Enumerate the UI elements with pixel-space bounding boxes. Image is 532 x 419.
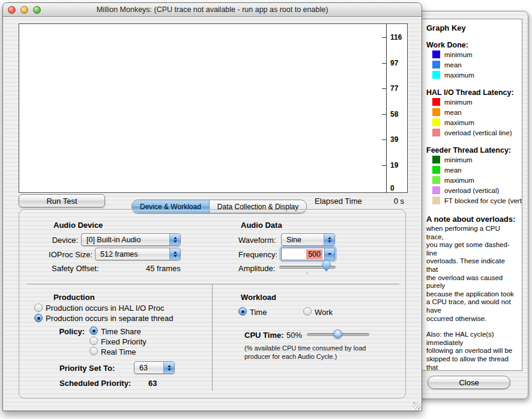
legend-label: minimum [444, 51, 473, 58]
priority-set-to-label: Priority Set To: [59, 364, 115, 373]
legend-item: maximum [426, 117, 518, 127]
feeder-overload-swatch [432, 186, 440, 194]
hal-latency-section-title: HAL I/O Thread Latency: [426, 88, 518, 97]
workload-title: Workload [241, 293, 276, 302]
ioproc-size-popup[interactable]: 512 frames [95, 248, 181, 260]
feeder-min-swatch [432, 156, 440, 164]
radio-workload-time-label[interactable]: Time [250, 308, 267, 317]
work-done-section-title: Work Done: [426, 41, 518, 49]
work-done-max-swatch [432, 71, 440, 79]
waveform-label: Waveform: [238, 236, 276, 245]
amplitude-slider-thumb[interactable] [322, 261, 331, 274]
run-test-button[interactable]: Run Test [19, 194, 105, 207]
section-divider-vertical [212, 284, 213, 391]
overloads-note-title: A note about overloads: [426, 215, 518, 224]
stepper-arrows-icon [169, 234, 180, 245]
feeder-latency-section-title: Feeder Thread Latency: [426, 146, 518, 154]
radio-production-hal-label[interactable]: Production occurs in HAL I/O Proc [46, 304, 165, 313]
radio-production-separate-label[interactable]: Production occurs in separate thread [46, 314, 173, 323]
safety-offset-label: Safety Offset: [52, 264, 99, 273]
elapsed-time-value: 0 s [375, 197, 404, 206]
graph-key-title: Graph Key [426, 23, 518, 32]
frequency-field[interactable]: 500 [281, 248, 324, 260]
y-tick [382, 114, 386, 115]
device-popup-value: [0] Built-in Audio [82, 236, 169, 244]
radio-policy-real-time[interactable] [89, 347, 98, 355]
radio-policy-real-time-label[interactable]: Real Time [101, 347, 136, 356]
cpu-time-caption: (% available CPU time consumed by load p… [244, 344, 394, 361]
close-window-button[interactable] [8, 6, 16, 14]
radio-production-hal[interactable] [34, 304, 43, 312]
hal-max-swatch [432, 118, 440, 126]
y-tick [382, 139, 386, 140]
radio-production-separate[interactable] [34, 314, 43, 322]
dropdown-arrow-icon[interactable] [324, 248, 335, 260]
y-tick-label: 58 [390, 110, 408, 118]
ioproc-size-label: IOProc Size: [27, 250, 92, 259]
radio-policy-fixed-priority-label[interactable]: Fixed Priority [101, 337, 147, 346]
ioproc-size-popup-value: 512 frames [95, 250, 169, 258]
audio-device-title: Audio Device [53, 221, 103, 230]
elapsed-time-label: Elapsed Time [315, 197, 362, 206]
radio-workload-work[interactable] [303, 307, 312, 316]
stepper-arrows-icon [169, 248, 180, 260]
device-popup[interactable]: [0] Built-in Audio [81, 233, 181, 246]
cpu-time-slider[interactable] [307, 329, 369, 340]
scheduled-priority-label: Scheduled Priority: [59, 379, 131, 388]
legend-label: maximum [444, 177, 474, 184]
window-title: Million Monkeys: (CPU trace not availabl… [3, 5, 422, 14]
hal-mean-swatch [432, 108, 440, 116]
work-done-min-swatch [432, 50, 440, 58]
hal-overload-swatch [432, 129, 440, 136]
audio-data-title: Audio Data [241, 221, 282, 230]
y-axis-line [386, 24, 387, 192]
priority-popup[interactable]: 63 [134, 361, 175, 374]
minimize-window-button[interactable] [20, 6, 28, 14]
radio-policy-time-share[interactable] [89, 326, 98, 335]
y-tick-label: 19 [390, 161, 408, 170]
stepper-arrows-icon [324, 234, 334, 245]
radio-workload-time[interactable] [238, 307, 247, 316]
legend-label: overload (vertical) [444, 187, 499, 194]
radio-workload-work-label[interactable]: Work [315, 308, 333, 317]
graph-key-panel: Graph Key Work Done: minimum mean maximu… [422, 19, 522, 371]
frequency-value: 500 [306, 249, 322, 259]
main-window: Million Monkeys: (CPU trace not availabl… [2, 2, 422, 411]
device-label: Device: [27, 236, 78, 245]
y-tick-label: 39 [390, 135, 408, 144]
legend-item: overload (vertical line) [426, 127, 518, 138]
legend-item: minimum [426, 154, 518, 165]
work-done-mean-swatch [432, 61, 440, 69]
legend-label: mean [444, 61, 462, 69]
radio-policy-time-share-label[interactable]: Time Share [101, 327, 141, 336]
legend-item: maximum [426, 175, 518, 185]
legend-item: mean [426, 107, 518, 117]
desktop: Graph Key Work Done: minimum mean maximu… [0, 0, 532, 419]
feeder-blocked-swatch [432, 197, 440, 204]
legend-item: mean [426, 165, 518, 175]
radio-policy-fixed-priority[interactable] [89, 337, 98, 345]
amplitude-slider[interactable] [279, 261, 336, 272]
legend-label: mean [444, 167, 462, 174]
frequency-label: Frequency: [238, 250, 277, 259]
y-tick [382, 88, 386, 89]
close-button[interactable]: Close [428, 376, 510, 389]
legend-label: maximum [444, 72, 474, 79]
y-tick [382, 37, 386, 38]
feeder-mean-swatch [432, 166, 440, 174]
frequency-combobox[interactable]: 500 [281, 248, 335, 260]
cpu-time-slider-thumb[interactable] [333, 329, 342, 338]
cpu-time-label: CPU Time: [244, 331, 284, 340]
legend-label: minimum [444, 99, 473, 106]
y-tick-label: 97 [390, 59, 408, 67]
legend-label: overload (vertical line) [444, 129, 512, 136]
waveform-popup[interactable]: Sine [281, 233, 335, 246]
legend-label: minimum [444, 156, 473, 164]
section-divider-horizontal [27, 284, 399, 284]
zoom-window-button[interactable] [33, 6, 41, 14]
graph-key-drawer: Graph Key Work Done: minimum mean maximu… [419, 11, 528, 399]
resize-grip-icon[interactable] [413, 402, 420, 409]
title-bar[interactable]: Million Monkeys: (CPU trace not availabl… [3, 3, 422, 17]
legend-label: mean [444, 109, 462, 116]
legend-item: minimum [426, 97, 518, 107]
